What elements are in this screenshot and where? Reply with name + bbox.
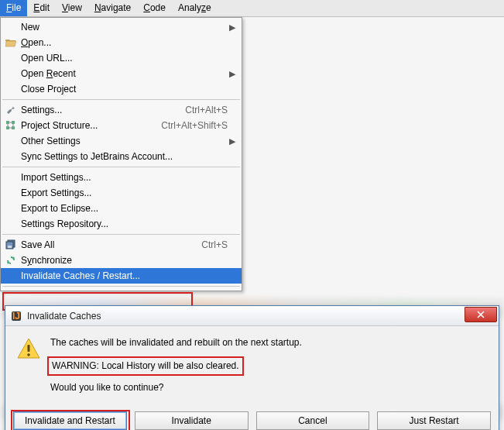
sync-icon xyxy=(4,254,18,267)
blank-icon xyxy=(4,218,18,230)
highlight-annotation: WARNING: Local History will be also clea… xyxy=(47,356,244,376)
menu-label: Other Settings xyxy=(21,136,228,146)
menu-shortcut: Ctrl+Alt+Shift+S xyxy=(161,120,228,131)
menubar-file[interactable]: File xyxy=(0,0,27,16)
menu-synchronize[interactable]: Synchronize xyxy=(1,253,242,268)
folder-open-icon xyxy=(4,36,18,49)
menu-label: Open... xyxy=(21,37,228,48)
submenu-arrow-icon: ▶ xyxy=(228,69,235,79)
menu-sync-settings[interactable]: Sync Settings to JetBrains Account... xyxy=(1,149,242,164)
menu-open-url[interactable]: Open URL... xyxy=(1,50,242,66)
menu-save-all[interactable]: Save All Ctrl+S xyxy=(1,237,242,253)
cancel-button[interactable]: Cancel xyxy=(256,411,370,430)
blank-icon xyxy=(4,52,18,64)
menu-project-structure[interactable]: Project Structure... Ctrl+Alt+Shift+S xyxy=(1,118,242,133)
menubar-analyze[interactable]: Analyze xyxy=(172,0,218,16)
svg-rect-2 xyxy=(6,126,9,129)
blank-icon xyxy=(4,202,18,215)
blank-icon xyxy=(4,187,18,199)
dialog-title-icon: IJ xyxy=(10,310,22,322)
svg-rect-6 xyxy=(8,246,12,248)
dialog-line1: The caches will be invalidated and rebui… xyxy=(50,335,488,350)
menu-label: Export Settings... xyxy=(21,187,228,198)
menu-close-project[interactable]: Close Project xyxy=(1,81,242,97)
menu-separator xyxy=(2,286,240,287)
blank-icon xyxy=(4,83,18,95)
dialog-message: The caches will be invalidated and rebui… xyxy=(50,335,488,401)
menubar: File Edit View Navigate Code Analyze xyxy=(0,0,504,17)
dialog-button-row: Invalidate and Restart Invalidate Cancel… xyxy=(5,407,499,430)
save-all-icon xyxy=(4,239,18,251)
menu-label: Open URL... xyxy=(21,53,228,64)
menu-label: Close Project xyxy=(21,84,228,95)
blank-icon xyxy=(4,150,18,163)
menubar-code[interactable]: Code xyxy=(137,0,172,16)
menu-export-eclipse[interactable]: Export to Eclipse... xyxy=(1,201,242,216)
menu-settings-repository[interactable]: Settings Repository... xyxy=(1,216,242,232)
menu-label: Export to Eclipse... xyxy=(21,203,228,214)
svg-rect-0 xyxy=(6,121,9,124)
menu-new[interactable]: New ▶ xyxy=(1,19,242,35)
menu-label: Save All xyxy=(21,239,194,250)
dialog-warning-line: WARNING: Local History will be also clea… xyxy=(52,359,239,373)
menubar-edit[interactable]: Edit xyxy=(27,0,56,16)
submenu-arrow-icon: ▶ xyxy=(228,136,235,146)
blank-icon xyxy=(4,67,18,80)
menubar-view[interactable]: View xyxy=(56,0,88,16)
menu-shortcut: Ctrl+Alt+S xyxy=(185,105,228,115)
menu-shortcut: Ctrl+S xyxy=(201,239,228,250)
menu-label: Import Settings... xyxy=(21,172,228,183)
svg-rect-9 xyxy=(28,345,30,352)
menu-label: Project Structure... xyxy=(21,120,153,131)
dialog-titlebar: IJ Invalidate Caches xyxy=(5,306,499,326)
just-restart-button[interactable]: Just Restart xyxy=(377,411,491,430)
menu-invalidate-caches[interactable]: Invalidate Caches / Restart... xyxy=(1,268,242,284)
menu-other-settings[interactable]: Other Settings ▶ xyxy=(1,133,242,149)
blank-icon xyxy=(4,171,18,184)
menu-separator xyxy=(2,234,240,235)
menu-label: Invalidate Caches / Restart... xyxy=(21,270,228,281)
invalidate-button[interactable]: Invalidate xyxy=(135,411,249,430)
menu-label: New xyxy=(21,22,228,33)
warning-icon xyxy=(16,337,43,362)
menu-import-settings[interactable]: Import Settings... xyxy=(1,170,242,185)
svg-text:IJ: IJ xyxy=(12,311,20,322)
menu-label: Synchronize xyxy=(21,255,228,266)
wrench-icon xyxy=(4,104,18,116)
menu-label: Settings... xyxy=(21,105,177,115)
menu-label: Open Recent xyxy=(21,68,228,79)
structure-icon xyxy=(4,119,18,132)
dialog-line3: Would you like to continue? xyxy=(50,380,488,395)
file-menu-dropdown: New ▶ Open... Open URL... Open Recent ▶ … xyxy=(0,17,242,291)
svg-rect-3 xyxy=(12,126,15,129)
close-button[interactable] xyxy=(465,307,497,322)
blank-icon xyxy=(4,135,18,147)
invalidate-caches-dialog: IJ Invalidate Caches The caches will be … xyxy=(5,305,499,430)
menu-label: Settings Repository... xyxy=(21,218,228,229)
submenu-arrow-icon: ▶ xyxy=(228,22,235,33)
blank-icon xyxy=(4,21,18,33)
menu-open-recent[interactable]: Open Recent ▶ xyxy=(1,66,242,81)
menu-settings[interactable]: Settings... Ctrl+Alt+S xyxy=(1,102,242,118)
menu-open[interactable]: Open... xyxy=(1,35,242,50)
svg-rect-1 xyxy=(12,121,15,124)
svg-point-10 xyxy=(27,353,30,356)
menu-separator xyxy=(2,167,240,167)
menu-export-settings[interactable]: Export Settings... xyxy=(1,185,242,201)
invalidate-and-restart-button[interactable]: Invalidate and Restart xyxy=(13,411,127,430)
menubar-navigate[interactable]: Navigate xyxy=(88,0,137,16)
dialog-title: Invalidate Caches xyxy=(27,311,465,322)
blank-icon xyxy=(4,270,18,282)
menu-separator xyxy=(2,99,240,100)
menu-label: Sync Settings to JetBrains Account... xyxy=(21,151,228,162)
